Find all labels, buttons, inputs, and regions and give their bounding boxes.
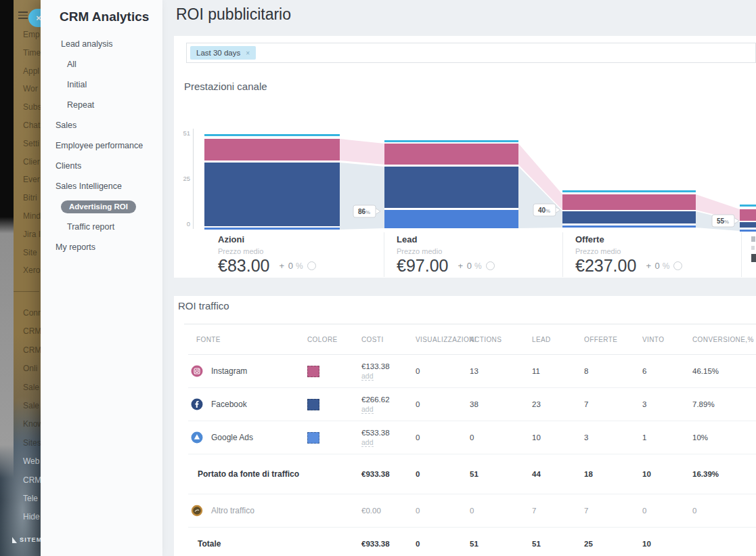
costs-value: €133.38 bbox=[361, 362, 412, 370]
sidebar-item-partial[interactable]: Ever bbox=[23, 175, 40, 184]
won-cell: 3 bbox=[638, 400, 688, 408]
sidebar-item-partial[interactable]: Web bbox=[23, 456, 39, 466]
table-row: Altro traffico€0.00007700 bbox=[188, 494, 756, 528]
roi-traffic-card: ROI traffico FONTECOLORECOSTIVISUALIZZAZ… bbox=[174, 296, 756, 556]
filter-chip-remove-icon[interactable]: × bbox=[246, 49, 250, 57]
metric-delta: + 0 bbox=[646, 261, 660, 271]
sidebar-item-partial[interactable]: Site bbox=[23, 248, 37, 257]
color-swatch[interactable] bbox=[307, 366, 319, 377]
column-header: CONVERSIONE,% bbox=[688, 336, 756, 343]
sidebar-item-partial[interactable]: Subs bbox=[23, 102, 41, 112]
hamburger-menu-icon[interactable] bbox=[18, 12, 28, 19]
sidebar-item-partial[interactable]: Sites bbox=[23, 438, 41, 448]
menu-item-sales-intelligence[interactable]: Sales Intelligence bbox=[41, 176, 162, 196]
source-name: Portato da fonte di traffico bbox=[198, 469, 299, 479]
sidebar-item-partial[interactable]: Tele bbox=[23, 494, 38, 503]
sidebar-item-partial[interactable]: CRM bbox=[23, 345, 41, 355]
channel-performance-card: Last 30 days × Prestazioni canale Azioni… bbox=[174, 36, 756, 278]
sidebar-item-partial[interactable]: CRM bbox=[23, 475, 41, 485]
color-cell bbox=[303, 432, 357, 444]
sidebar-item-partial[interactable]: Chat bbox=[23, 121, 40, 130]
sidebar-item-partial[interactable]: Bitri bbox=[23, 193, 37, 202]
actions-cell: 38 bbox=[466, 400, 528, 408]
metric-percent-sign: % bbox=[663, 261, 670, 271]
sidebar-item-partial[interactable]: Time bbox=[23, 48, 41, 58]
sidebar-item-partial[interactable]: Jira I bbox=[23, 230, 41, 239]
sidebar-item-partial[interactable]: Mind bbox=[23, 211, 41, 221]
sidebar-item-partial[interactable]: Appl bbox=[23, 66, 39, 76]
filter-bar[interactable]: Last 30 days × bbox=[186, 43, 756, 63]
metric-percent-sign: % bbox=[474, 261, 482, 271]
color-swatch[interactable] bbox=[307, 432, 319, 444]
won-cell: 1 bbox=[638, 433, 688, 442]
filter-chip[interactable]: Last 30 days × bbox=[190, 46, 256, 60]
menu-item-all[interactable]: All bbox=[41, 54, 162, 74]
info-icon[interactable] bbox=[673, 261, 682, 270]
actions-cell: 13 bbox=[466, 367, 528, 375]
source-name: Facebook bbox=[211, 400, 247, 409]
offers-cell: 7 bbox=[580, 507, 638, 515]
sidebar-item-partial[interactable]: Setti bbox=[23, 139, 39, 148]
filter-chip-label: Last 30 days bbox=[196, 49, 240, 57]
add-cost-link[interactable]: add bbox=[361, 372, 374, 381]
source-cell: Instagram bbox=[188, 365, 303, 377]
roi-traffic-table: FONTECOLORECOSTIVISUALIZZAZIONIACTIONSLE… bbox=[188, 324, 756, 556]
metric-sublabel: Prezzo medio bbox=[218, 247, 384, 255]
menu-item-initial[interactable]: Initial bbox=[41, 74, 162, 95]
menu-item-sales[interactable]: Sales bbox=[41, 115, 162, 135]
column-header: VINTO bbox=[638, 336, 688, 343]
info-icon[interactable] bbox=[486, 261, 495, 270]
column-header: FONTE bbox=[188, 336, 303, 343]
costs-value: €266.62 bbox=[361, 395, 412, 404]
sidebar-item-partial[interactable]: Wor bbox=[23, 84, 38, 93]
clipped-text-fragment bbox=[751, 254, 756, 262]
source-cell: Google Ads bbox=[188, 431, 303, 444]
sidebar-item-partial[interactable]: Xero bbox=[23, 265, 40, 275]
offers-cell: 8 bbox=[580, 367, 638, 375]
color-cell bbox=[303, 399, 357, 410]
column-header: VISUALIZZAZIONI bbox=[412, 336, 466, 343]
section-title-channel: Prestazioni canale bbox=[184, 81, 267, 92]
sidebar-divider bbox=[14, 291, 39, 292]
lead-cell: 7 bbox=[528, 507, 580, 515]
sidebar-item-partial[interactable]: Conn bbox=[23, 308, 43, 318]
menu-item-lead-analysis[interactable]: Lead analysis bbox=[41, 34, 162, 54]
color-swatch[interactable] bbox=[307, 399, 319, 410]
sidebar-item-partial[interactable]: Clier bbox=[23, 157, 40, 167]
column-header: COSTI bbox=[357, 336, 412, 343]
sidebar-item-partial[interactable]: Onli bbox=[23, 364, 37, 373]
costs-cell: €266.62add bbox=[357, 395, 412, 414]
lead-cell: 10 bbox=[528, 433, 580, 442]
actions-cell: 51 bbox=[466, 540, 528, 548]
add-cost-link[interactable]: add bbox=[361, 438, 374, 447]
menu-item-employee-performance[interactable]: Employee performance bbox=[41, 135, 162, 156]
metric-clipped bbox=[742, 232, 756, 277]
costs-cell: €933.38 bbox=[357, 540, 412, 548]
sidebar-item-partial[interactable]: Sale bbox=[23, 401, 39, 410]
crm-analytics-panel: CRM Analytics Lead analysisAllInitialRep… bbox=[41, 0, 162, 556]
offers-cell: 7 bbox=[580, 400, 638, 408]
metric-percent-sign: % bbox=[296, 261, 303, 271]
crm-analytics-menu: Lead analysisAllInitialRepeatSalesEmploy… bbox=[41, 34, 162, 257]
sidebar-item-partial[interactable]: Emp bbox=[23, 30, 40, 39]
add-cost-link[interactable]: add bbox=[361, 405, 374, 414]
active-menu-pill: Advertising ROI bbox=[61, 200, 136, 213]
sitemap-icon bbox=[12, 537, 17, 543]
sidebar-item-partial[interactable]: Hide bbox=[23, 512, 40, 521]
screen-edge-strip bbox=[0, 0, 14, 556]
menu-item-my-reports[interactable]: My reports bbox=[41, 237, 162, 257]
menu-item-clients[interactable]: Clients bbox=[41, 156, 162, 176]
views-cell: 0 bbox=[412, 507, 466, 515]
info-icon[interactable] bbox=[307, 261, 316, 270]
menu-item-advertising-roi[interactable]: Advertising ROI bbox=[41, 196, 162, 217]
sidebar-item-partial[interactable]: CRM bbox=[23, 326, 41, 336]
actions-cell: 0 bbox=[466, 507, 528, 515]
menu-item-repeat[interactable]: Repeat bbox=[41, 95, 162, 115]
actions-cell: 0 bbox=[466, 433, 528, 442]
menu-item-traffic-report[interactable]: Traffic report bbox=[41, 217, 162, 237]
costs-value: €533.38 bbox=[361, 429, 412, 437]
sidebar-item-partial[interactable]: Sale bbox=[23, 383, 39, 392]
metric-value: €97.00 bbox=[397, 256, 448, 276]
costs-cell: €933.38 bbox=[357, 470, 412, 478]
table-row: Instagram€133.38add013118646.15% bbox=[188, 355, 756, 388]
